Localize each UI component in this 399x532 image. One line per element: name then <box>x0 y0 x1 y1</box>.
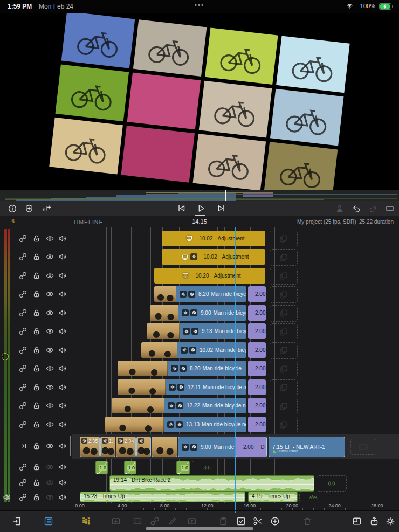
eye-icon[interactable] <box>45 462 54 472</box>
lock-icon[interactable] <box>32 327 41 336</box>
select-check-icon[interactable] <box>236 516 246 527</box>
timeline-clip-mini[interactable] <box>152 437 177 457</box>
audio-clip[interactable]: 4.19Times Up <box>248 492 298 502</box>
paste-icon[interactable] <box>218 516 229 527</box>
eye-icon[interactable] <box>45 271 54 280</box>
audio-mini-clip[interactable]: 1.0 <box>124 461 136 474</box>
timeline-clip-mini[interactable]: 1. <box>100 437 115 457</box>
timeline-clip-video[interactable]: 12.11Man ride bicycle near beach in Ba <box>118 379 246 395</box>
link-icon[interactable] <box>18 234 27 243</box>
speaker-icon[interactable] <box>58 383 67 392</box>
eye-icon[interactable] <box>45 478 54 487</box>
share-icon[interactable] <box>369 516 380 527</box>
audio-clip[interactable]: 19.14Dirt Bike Race 2 <box>109 475 314 492</box>
eye-icon[interactable] <box>45 346 54 355</box>
link-icon[interactable] <box>18 308 27 317</box>
overwrite-icon[interactable] <box>132 516 143 527</box>
stamp-icon[interactable] <box>335 204 345 213</box>
eye-icon[interactable] <box>45 493 54 502</box>
multitask-dots[interactable]: ••• <box>0 2 399 9</box>
lock-icon[interactable] <box>32 271 41 280</box>
speaker-icon[interactable] <box>58 493 67 502</box>
timeline-clip-title[interactable]: 2.00D <box>248 398 266 413</box>
timeline-clip-video[interactable]: 13.13Man ride bicycle near beach in Barc… <box>105 417 246 432</box>
timeline-clip-title[interactable]: 2.00D <box>248 417 266 432</box>
lock-icon[interactable] <box>32 441 41 451</box>
stack-slot[interactable] <box>270 231 298 247</box>
lock-icon[interactable] <box>32 308 41 317</box>
timeline-clip-video[interactable]: 9.13Man ride bicycle nea <box>147 323 246 339</box>
eye-icon[interactable] <box>45 401 54 410</box>
timeline-clip-mini[interactable] <box>136 437 151 457</box>
timeline-clip-adjustment[interactable]: 10.02Adjustment <box>162 231 265 246</box>
speaker-icon[interactable] <box>58 441 67 451</box>
timeline-clip-title[interactable]: 2.00D <box>248 361 266 376</box>
link-icon[interactable] <box>18 493 27 502</box>
waveform-slot[interactable] <box>299 492 327 502</box>
home-indicator[interactable] <box>146 527 253 530</box>
speaker-icon[interactable] <box>58 462 67 472</box>
eye-icon[interactable] <box>45 364 54 373</box>
timeline-overview-scrubber[interactable] <box>0 190 399 201</box>
timeline-clip-title[interactable]: 2.00D <box>248 286 266 302</box>
track-mode-icon[interactable] <box>18 441 27 451</box>
speaker-icon[interactable] <box>58 420 67 429</box>
undo-icon[interactable] <box>352 204 361 213</box>
link-clips-icon[interactable] <box>149 516 160 527</box>
overview-playhead[interactable] <box>225 190 226 201</box>
timeline-playhead[interactable] <box>235 227 236 510</box>
info-icon[interactable] <box>8 204 17 213</box>
layout-icon[interactable] <box>352 516 362 527</box>
skip-back-icon[interactable] <box>176 203 187 214</box>
timeline-clip-video[interactable]: 7.15LF - NEW ART-1◣ LumaFusion <box>269 437 345 457</box>
trash-icon[interactable] <box>302 516 313 527</box>
eye-icon[interactable] <box>45 420 54 429</box>
lock-icon[interactable] <box>32 234 41 243</box>
speaker-icon[interactable] <box>58 327 67 336</box>
link-icon[interactable] <box>18 401 27 410</box>
insert-icon[interactable] <box>111 516 121 527</box>
speaker-icon[interactable] <box>58 234 67 243</box>
speaker-icon[interactable] <box>58 308 67 317</box>
volume-handle[interactable] <box>2 353 9 360</box>
stack-slot[interactable] <box>270 249 298 266</box>
audio-duck-slot[interactable] <box>192 461 222 474</box>
stack-slot[interactable] <box>270 286 298 303</box>
stack-slot[interactable] <box>270 305 298 322</box>
link-icon[interactable] <box>18 383 27 392</box>
audio-mini-clip[interactable]: 1.0 <box>176 461 190 474</box>
redo-icon[interactable] <box>368 204 378 213</box>
speaker-icon[interactable] <box>58 401 67 410</box>
audio-add-icon[interactable] <box>42 204 52 213</box>
speaker-icon[interactable] <box>58 271 67 280</box>
stack-slot[interactable] <box>270 323 298 340</box>
timeline-clip-title[interactable]: 2.00D <box>248 323 266 339</box>
lock-icon[interactable] <box>32 420 41 429</box>
stack-slot[interactable] <box>270 361 298 377</box>
stack-slot[interactable] <box>270 342 298 359</box>
stack-slot[interactable] <box>270 398 298 414</box>
timeline-clip-title[interactable]: 2.00D <box>236 437 267 457</box>
timeline-clip-video[interactable]: 10.02Man ride bicycle near <box>141 342 246 358</box>
timeline-clip-adjustment[interactable]: 10.20Adjustment <box>154 268 265 284</box>
speaker-icon[interactable] <box>58 364 67 373</box>
timeline-clip-mini[interactable]: 2.04 <box>116 437 136 457</box>
timeline-clip-video[interactable]: 8.20Man ride bicycle <box>118 361 246 376</box>
speaker-icon[interactable] <box>58 478 67 487</box>
lock-icon[interactable] <box>32 289 41 299</box>
eye-icon[interactable] <box>45 252 54 261</box>
timeline-clip-video[interactable]: 8.20Man ride bicycle <box>154 286 246 302</box>
library-icon[interactable] <box>12 516 23 527</box>
lock-icon[interactable] <box>32 346 41 355</box>
timeline-clip-video[interactable]: 9.00Man ride bicycle <box>178 437 236 457</box>
audio-mixer-icon[interactable] <box>81 516 92 527</box>
timeline-clip-title[interactable]: 2.00D <box>248 379 266 395</box>
link-icon[interactable] <box>18 346 27 355</box>
lock-icon[interactable] <box>32 462 41 472</box>
link-icon[interactable] <box>18 289 27 299</box>
speaker-icon[interactable] <box>58 289 67 299</box>
audio-mini-clip[interactable]: 1.0 <box>95 461 108 474</box>
pencil-icon[interactable] <box>167 516 178 527</box>
link-icon[interactable] <box>18 327 27 336</box>
lock-icon[interactable] <box>32 401 41 410</box>
